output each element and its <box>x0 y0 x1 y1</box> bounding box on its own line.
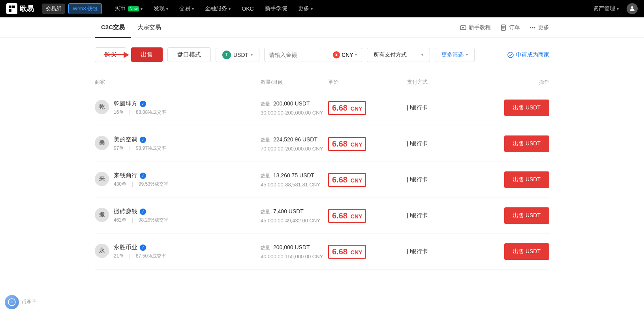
payment-cell: l银行卡 <box>407 140 486 147</box>
payment-cell: l银行卡 <box>407 176 486 183</box>
sell-usdt-button[interactable]: 出售 USDT <box>504 171 549 188</box>
qty-value: 7,400 USDT <box>273 208 304 214</box>
nav-item-learn[interactable]: 新手学院 <box>260 4 292 14</box>
chevron-down-icon: ▾ <box>141 7 143 11</box>
verified-icon: ✓ <box>140 101 146 107</box>
price-currency: CNY <box>349 177 362 184</box>
qty-line: 数量 200,000 USDT <box>261 100 328 107</box>
qty-label: 数量 <box>261 173 270 179</box>
table-body: 乾 乾圆坤方 ✓ 16单 ｜ 88.88%成交率 数量 200,000 USDT… <box>95 90 549 270</box>
price-value: 6.68 CNY <box>328 209 366 223</box>
more-filter-button[interactable]: 更多筛选 ▾ <box>435 48 475 62</box>
chevron-down-icon: ▾ <box>229 7 231 11</box>
sell-button[interactable]: 出售 <box>131 47 163 62</box>
payment-method: l银行卡 <box>410 212 428 219</box>
trade-rate: 88.88%成交率 <box>136 109 166 115</box>
nav-right-section: 资产管理 ▾ <box>588 3 638 14</box>
amount-cell: 数量 200,000 USDT 30,000.00-200,000.00 CNY <box>261 100 328 116</box>
main-content: 购买 出售 盘口模式 T USDT ▾ ¥ CNY ▾ 所有支付方式 ▾ <box>0 38 644 279</box>
payment-cell: l银行卡 <box>407 248 486 255</box>
amount-input[interactable] <box>265 49 328 61</box>
qty-label: 数量 <box>261 101 270 107</box>
nav-item-okc[interactable]: OKC <box>237 4 258 13</box>
nav-item-discover[interactable]: 发现 ▾ <box>149 4 173 14</box>
asset-management-button[interactable]: 资产管理 ▾ <box>588 4 623 14</box>
price-currency: CNY <box>349 105 362 112</box>
chevron-down-icon: ▾ <box>421 53 423 57</box>
merchant-details: 永胜币业 ✓ 21单 ｜ 87.50%成交率 <box>114 244 166 259</box>
sell-usdt-button[interactable]: 出售 USDT <box>504 207 549 224</box>
orderbook-mode-button[interactable]: 盘口模式 <box>167 47 211 62</box>
merchant-cell: 乾 乾圆坤方 ✓ 16单 ｜ 88.88%成交率 <box>95 100 261 116</box>
nav-item-finance[interactable]: 金融服务 ▾ <box>200 4 235 14</box>
merchant-cell: 来 来钱商行 ✓ 430单 ｜ 99.53%成交率 <box>95 172 261 188</box>
merchant-name: 来钱商行 ✓ <box>114 172 169 179</box>
col-header-action: 操作 <box>486 79 549 86</box>
price-value: 6.68 CNY <box>328 137 366 151</box>
table-header: 商家 数量/限额 单价 支付方式 操作 <box>95 75 549 90</box>
amount-input-wrap: ¥ CNY ▾ <box>264 48 362 62</box>
table-row: 乾 乾圆坤方 ✓ 16单 ｜ 88.88%成交率 数量 200,000 USDT… <box>95 90 549 126</box>
top-navigation: 欧易 交易所 Web3 钱包 买币 New ▾ 发现 ▾ 交易 ▾ 金融服务 ▾… <box>0 0 644 17</box>
table-row: 来 来钱商行 ✓ 430单 ｜ 99.53%成交率 数量 13,260.75 U… <box>95 162 549 198</box>
become-merchant-button[interactable]: 申请成为商家 <box>507 51 549 58</box>
merchant-name-text: 来钱商行 <box>114 172 137 179</box>
coin-selector[interactable]: T USDT ▾ <box>216 48 259 62</box>
chevron-down-icon: ▾ <box>311 7 313 11</box>
price-cell: 6.68 CNY <box>328 137 407 151</box>
nav-item-trade[interactable]: 交易 ▾ <box>175 4 199 14</box>
qty-label: 数量 <box>261 137 270 143</box>
chevron-down-icon: ▾ <box>355 53 357 57</box>
col-header-amount: 数量/限额 <box>261 79 328 86</box>
tab-c2c[interactable]: C2C交易 <box>95 17 131 38</box>
nav-item-buy[interactable]: 买币 New ▾ <box>110 4 147 14</box>
qty-value: 200,000 USDT <box>273 100 310 107</box>
payment-method: l银行卡 <box>410 140 428 147</box>
currency-selector[interactable]: ¥ CNY ▾ <box>328 48 362 62</box>
orders-button[interactable]: 订单 <box>500 24 520 31</box>
merchant-stats: 16单 ｜ 88.88%成交率 <box>114 109 166 116</box>
price-currency: CNY <box>349 249 362 256</box>
chevron-down-icon: ▾ <box>166 7 168 11</box>
more-actions-button[interactable]: 更多 <box>529 24 549 31</box>
price-cell: 6.68 CNY <box>328 209 407 223</box>
exchange-button[interactable]: 交易所 <box>42 4 65 14</box>
sell-usdt-button[interactable]: 出售 USDT <box>504 135 549 152</box>
trade-rate: 87.50%成交率 <box>136 253 166 259</box>
sell-usdt-button[interactable]: 出售 USDT <box>504 243 549 260</box>
payment-bar-icon <box>407 141 408 147</box>
svg-point-10 <box>530 27 531 28</box>
table-row: 搬 搬砖赚钱 ✓ 462单 ｜ 98.29%成交率 数量 7,400 USDT … <box>95 198 549 234</box>
sell-usdt-button[interactable]: 出售 USDT <box>504 100 549 116</box>
payment-label: 所有支付方式 <box>374 51 407 58</box>
payment-method: l银行卡 <box>410 104 428 111</box>
action-cell: 出售 USDT <box>486 135 549 152</box>
merchant-stats: 97单 ｜ 98.97%成交率 <box>114 145 166 152</box>
svg-rect-1 <box>12 6 15 8</box>
payment-method: l银行卡 <box>410 176 428 183</box>
tutorial-button[interactable]: 新手教程 <box>460 24 491 31</box>
qty-line: 数量 224,520.96 USDT <box>261 136 328 143</box>
price-value: 6.68 CNY <box>328 101 366 115</box>
merchant-avatar: 搬 <box>95 208 109 222</box>
nav-item-more[interactable]: 更多 ▾ <box>293 4 317 14</box>
merchant-name-text: 永胜币业 <box>114 244 137 251</box>
verified-icon: ✓ <box>140 244 146 251</box>
coin-label: USDT <box>233 52 248 58</box>
order-count: 430单 <box>114 181 126 187</box>
amount-range: 40,000.00-150,000.00 CNY <box>261 254 328 259</box>
action-cell: 出售 USDT <box>486 207 549 224</box>
user-avatar[interactable] <box>627 3 638 14</box>
order-count: 21单 <box>114 253 124 259</box>
qty-line: 数量 7,400 USDT <box>261 208 328 215</box>
payment-bar-icon <box>407 249 408 254</box>
merchant-cell: 美 美的空调 ✓ 97单 ｜ 98.97%成交率 <box>95 136 261 152</box>
merchant-name: 永胜币业 ✓ <box>114 244 166 251</box>
payment-method-selector[interactable]: 所有支付方式 ▾ <box>367 48 430 62</box>
payment-cell: l银行卡 <box>407 104 486 111</box>
web3-button[interactable]: Web3 钱包 <box>68 3 102 14</box>
logo[interactable]: 欧易 <box>6 3 34 14</box>
svg-point-3 <box>631 6 633 9</box>
tab-block-trade[interactable]: 大宗交易 <box>131 17 167 38</box>
merchant-stats: 430单 ｜ 99.53%成交率 <box>114 181 169 188</box>
